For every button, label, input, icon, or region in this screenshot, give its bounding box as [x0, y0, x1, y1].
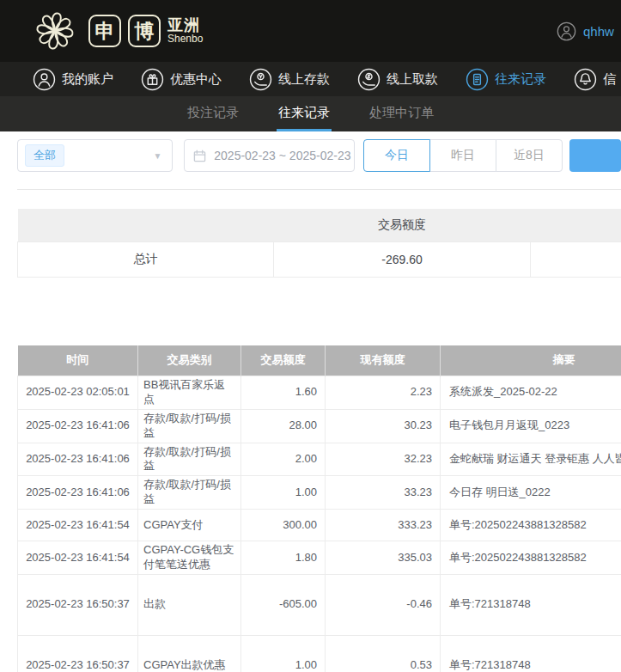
nav-item-label: 我的账户	[62, 71, 113, 88]
summary-total-label: 总计	[18, 241, 274, 277]
tab-transaction-records[interactable]: 往来记录	[277, 96, 332, 131]
table-row: 2025-02-23 16:41:06存款/取款/打码/损益2.0032.23金…	[18, 443, 621, 476]
nav-item-label: 线上取款	[387, 71, 438, 88]
cell-type: CGPAY-CG钱包支付笔笔送优惠	[138, 541, 241, 575]
column-header: 时间	[18, 345, 138, 376]
cell-balance: 2.23	[326, 376, 441, 410]
column-header: 交易类别	[138, 345, 241, 376]
cell-type: BB视讯百家乐返点	[138, 376, 241, 410]
cell-amount: 1.00	[241, 635, 326, 672]
summary-header-empty2	[531, 209, 621, 241]
table-row: 2025-02-23 02:05:01BB视讯百家乐返点1.602.23系统派发…	[18, 376, 621, 410]
cell-type: CGPAY出款优惠	[138, 635, 241, 672]
table-row: 2025-02-23 16:50:37CGPAY出款优惠1.000.53单号:7…	[18, 635, 621, 672]
nav-item-messages[interactable]: 信	[574, 68, 616, 91]
cell-amount: 28.00	[241, 409, 326, 443]
cell-type: 存款/取款/打码/损益	[138, 409, 241, 443]
nav-item-label: 线上存款	[278, 71, 330, 88]
nav-item-promo-center[interactable]: 优惠中心	[141, 68, 222, 91]
cell-amount: 1.60	[241, 376, 326, 410]
quick-button-last-8-days[interactable]: 近8日	[496, 139, 563, 172]
cell-amount: 300.00	[241, 510, 326, 541]
date-range-input[interactable]: 2025-02-23 ~ 2025-02-23	[184, 139, 355, 172]
nav-item-transaction-records[interactable]: 往来记录	[466, 68, 546, 91]
cell-type: 出款	[138, 574, 241, 635]
user-avatar-icon	[557, 21, 576, 41]
chevron-down-icon: ▼	[153, 151, 161, 161]
cell-time: 2025-02-23 16:50:37	[18, 635, 138, 672]
nav-item-label: 信	[603, 71, 616, 88]
quick-button-yesterday[interactable]: 昨日	[429, 139, 496, 172]
quick-button-today[interactable]: 今日	[363, 139, 430, 172]
cell-balance: 333.23	[326, 510, 441, 541]
column-header: 摘要	[441, 345, 621, 376]
type-filter-value: 全部	[25, 144, 64, 167]
column-header: 交易额度	[241, 345, 326, 376]
table-row: 2025-02-23 16:41:06存款/取款/打码/损益1.0033.23今…	[18, 476, 621, 510]
app-header: 申 博 亚洲 Shenbo qhhw	[0, 0, 621, 62]
summary-header-empty	[18, 209, 274, 241]
cell-note: 今日存 明日送_0222	[441, 476, 621, 510]
cell-amount: 1.80	[241, 541, 326, 575]
nav-item-online-withdraw[interactable]: 线上取款	[357, 68, 438, 91]
cell-time: 2025-02-23 16:41:06	[18, 476, 138, 510]
gift-icon	[141, 68, 164, 91]
cell-amount: 2.00	[241, 443, 326, 476]
table-row: 2025-02-23 16:41:54CGPAY-CG钱包支付笔笔送优惠1.80…	[18, 541, 621, 575]
main-nav: 我的账户优惠中心线上存款线上取款往来记录信	[0, 62, 621, 96]
user-icon	[33, 68, 56, 91]
column-header: 现有额度	[326, 345, 441, 376]
cell-note: 单号:721318748	[441, 635, 621, 672]
filter-divider	[17, 189, 621, 190]
logo-region-text: 亚洲	[167, 17, 203, 34]
cell-time: 2025-02-23 02:05:01	[18, 376, 138, 410]
cell-time: 2025-02-23 16:41:54	[18, 541, 138, 575]
cell-balance: 30.23	[326, 409, 441, 443]
cell-balance: 0.53	[326, 635, 441, 672]
cell-type: CGPAY支付	[138, 510, 241, 541]
cell-time: 2025-02-23 16:41:06	[18, 443, 138, 476]
summary-total-value: -269.60	[274, 241, 531, 277]
nav-item-my-account[interactable]: 我的账户	[33, 68, 113, 91]
cell-balance: 33.23	[326, 476, 441, 510]
nav-item-label: 优惠中心	[170, 71, 222, 88]
cell-type: 存款/取款/打码/损益	[138, 476, 241, 510]
logo-latin-text: Shenbo	[167, 34, 203, 45]
cell-note: 系统派发_2025-02-22	[441, 376, 621, 410]
filter-bar: 全部 ▼ 2025-02-23 ~ 2025-02-23 今日昨日近8日	[17, 139, 621, 172]
cell-amount: 1.00	[241, 476, 326, 510]
calendar-icon	[193, 150, 206, 162]
summary-empty-cell	[531, 241, 621, 277]
cell-time: 2025-02-23 16:41:54	[18, 510, 138, 541]
records-icon	[466, 68, 489, 91]
cell-note: 金蛇献瑞 财运通天 登录钜惠 人人皆享	[441, 443, 621, 476]
cell-note: 电子钱包月月返现_0223	[441, 409, 621, 443]
deposit-icon	[249, 68, 272, 91]
flower-logo-icon	[28, 4, 82, 58]
nav-item-online-deposit[interactable]: 线上存款	[249, 68, 330, 91]
cell-note: 单号:202502243881328582	[441, 541, 621, 575]
record-tabs: 投注记录往来记录处理中订单	[0, 96, 621, 131]
table-row: 2025-02-23 16:41:06存款/取款/打码/损益28.0030.23…	[18, 409, 621, 443]
quick-date-buttons: 今日昨日近8日	[363, 139, 563, 172]
user-account-button[interactable]: qhhw	[557, 0, 614, 62]
cell-note: 单号:721318748	[441, 574, 621, 635]
cell-balance: -0.46	[326, 574, 441, 635]
table-row: 2025-02-23 16:50:37出款-605.00-0.46单号:7213…	[18, 574, 621, 635]
cell-type: 存款/取款/打码/损益	[138, 443, 241, 476]
cell-time: 2025-02-23 16:50:37	[18, 574, 138, 635]
withdraw-icon	[357, 68, 381, 91]
nav-item-label: 往来记录	[495, 71, 546, 88]
brand-logo[interactable]: 申 博 亚洲 Shenbo	[28, 4, 203, 58]
cell-balance: 335.03	[326, 541, 441, 575]
table-row: 2025-02-23 16:41:54CGPAY支付300.00333.23单号…	[18, 510, 621, 541]
search-button[interactable]	[569, 139, 621, 172]
tab-bet-records[interactable]: 投注记录	[186, 96, 240, 131]
cell-balance: 32.23	[326, 443, 441, 476]
username-text: qhhw	[583, 24, 614, 39]
type-filter-select[interactable]: 全部 ▼	[17, 139, 173, 172]
logo-char-bo: 博	[128, 15, 161, 47]
cell-note: 单号:202502243881328582	[441, 510, 621, 541]
summary-header-amount: 交易额度	[274, 209, 531, 241]
tab-pending-orders[interactable]: 处理中订单	[368, 96, 435, 131]
